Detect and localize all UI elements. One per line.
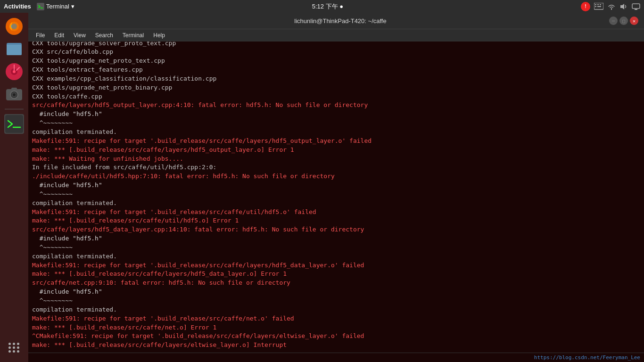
svg-rect-8 (600, 6, 601, 7)
sidebar-icon-firefox[interactable] (4, 16, 24, 36)
window-controls: ─ □ ✕ (609, 16, 638, 25)
terminal-line: Makefile:591: recipe for target '.build_… (32, 261, 640, 270)
terminal-line: make: *** [.build_release/src/caffe/util… (32, 216, 640, 225)
terminal-line: src/caffe/layers/hdf5_data_layer.cpp:14:… (32, 225, 640, 234)
terminal-titlebar: lichunlin@ThinkPad-T420: ~/caffe ─ □ ✕ (28, 13, 644, 29)
svg-rect-17 (7, 45, 22, 55)
system-bar-left: Activities Terminal ▾ (4, 3, 74, 10)
terminal-line: Makefile:591: recipe for target '.build_… (32, 314, 640, 323)
svg-rect-3 (595, 4, 596, 5)
sidebar-icon-files[interactable] (4, 39, 24, 59)
maximize-button[interactable]: □ (619, 16, 628, 25)
terminal-title: lichunlin@ThinkPad-T420: ~/caffe (72, 17, 609, 25)
terminal-line: compilation terminated. (32, 128, 640, 137)
terminal-line: CXX tools/extract_features.cpp (32, 66, 640, 74)
terminal-line: CXX tools/upgrade_solver_proto_text.cpp (32, 41, 640, 48)
sidebar-icon-terminal[interactable] (4, 114, 24, 134)
terminal-line: ^~~~~~~~~ (32, 190, 640, 199)
terminal-line: CXX src/caffe/blob.cpp (32, 48, 640, 57)
terminal-line: Makefile:591: recipe for target '.build_… (32, 208, 640, 217)
keyboard-icon (594, 3, 603, 10)
terminal-line: make: *** [.build_release/src/caffe/net.… (32, 323, 640, 332)
bottom-link: https://blog.csdn.net/Feeryman_Lee (534, 354, 640, 361)
terminal-line: Makefile:591: recipe for target '.build_… (32, 137, 640, 146)
svg-rect-27 (11, 88, 17, 90)
minimize-button[interactable]: ─ (609, 16, 618, 25)
terminal-line: #include "hdf5.h" (32, 288, 640, 296)
power-icon (632, 3, 640, 10)
menu-view[interactable]: View (70, 31, 90, 40)
system-bar: Activities Terminal ▾ 5:12 下午 ● ! (0, 0, 644, 13)
terminal-menu-button[interactable]: Terminal ▾ (37, 3, 74, 10)
system-bar-center: 5:12 下午 ● (312, 2, 343, 11)
terminal-line: make: *** [.build_release/src/caffe/laye… (32, 341, 640, 350)
sidebar-separator (5, 109, 24, 109)
terminal-line: ^~~~~~~~~ (32, 119, 640, 128)
system-time: 5:12 下午 (312, 3, 338, 10)
terminal-line: CXX tools/upgrade_net_proto_text.cpp (32, 57, 640, 66)
menu-search[interactable]: Search (91, 31, 117, 40)
terminal-line: ./include/caffe/util/hdf5.hpp:7:10: fata… (32, 172, 640, 181)
menu-help[interactable]: Help (149, 31, 169, 40)
bottom-bar: https://blog.csdn.net/Feeryman_Lee (28, 353, 644, 362)
system-bar-right: ! (581, 2, 640, 11)
terminal-line: In file included from src/caffe/util/hdf… (32, 163, 640, 172)
terminal-line: make: *** [.build_release/src/caffe/laye… (32, 146, 640, 155)
svg-point-26 (13, 93, 16, 96)
terminal-line: ^~~~~~~~~ (32, 243, 640, 252)
close-button[interactable]: ✕ (630, 16, 638, 25)
sidebar-dots (8, 343, 20, 353)
sidebar (0, 13, 28, 362)
notification-icon[interactable]: ! (581, 2, 590, 11)
svg-rect-21 (14, 65, 15, 70)
svg-marker-9 (620, 4, 624, 9)
terminal-output[interactable]: CXX src/caffe/solvers/rmsprop_solver.cpp… (28, 41, 644, 353)
terminal-taskbar-label[interactable]: Terminal (46, 3, 69, 10)
activities-label[interactable]: Activities (4, 3, 31, 10)
terminal-line: #include "hdf5.h" (32, 181, 640, 190)
menu-file[interactable]: File (32, 31, 49, 40)
terminal-line: make: *** [.build_release/src/caffe/laye… (32, 270, 640, 279)
system-indicator: ● (339, 3, 343, 10)
svg-rect-4 (597, 4, 599, 5)
terminal-line: ^CMakefile:591: recipe for target '.buil… (32, 332, 640, 341)
wifi-icon (607, 3, 616, 10)
sidebar-icon-camera[interactable] (4, 84, 24, 104)
terminal-window: lichunlin@ThinkPad-T420: ~/caffe ─ □ ✕ F… (28, 13, 644, 362)
svg-rect-10 (632, 4, 640, 8)
svg-rect-5 (600, 4, 601, 5)
terminal-taskbar-icon (37, 3, 44, 10)
menu-terminal[interactable]: Terminal (119, 31, 148, 40)
sidebar-icon-music[interactable] (4, 62, 24, 82)
menu-bar: File Edit View Search Terminal Help (28, 29, 644, 41)
terminal-line: compilation terminated. (32, 252, 640, 261)
terminal-line: compilation terminated. (32, 305, 640, 314)
terminal-line: ^~~~~~~~~ (32, 296, 640, 305)
terminal-line: src/caffe/layers/hdf5_output_layer.cpp:4… (32, 101, 640, 110)
terminal-line: CXX tools/upgrade_net_proto_binary.cpp (32, 83, 640, 92)
terminal-line: src/caffe/net.cpp:9:10: fatal error: hdf… (32, 279, 640, 288)
svg-rect-6 (595, 6, 596, 7)
terminal-line: CXX examples/cpp_classification/classifi… (32, 74, 640, 83)
terminal-line: #include "hdf5.h" (32, 234, 640, 243)
terminal-line: make: *** Waiting for unfinished jobs...… (32, 155, 640, 164)
menu-edit[interactable]: Edit (50, 31, 68, 40)
volume-icon (619, 3, 628, 10)
terminal-line: CXX tools/caffe.cpp (32, 92, 640, 101)
svg-rect-28 (5, 115, 23, 133)
svg-point-20 (13, 70, 16, 73)
terminal-line: #include "hdf5.h" (32, 110, 640, 119)
terminal-line: compilation terminated. (32, 199, 640, 208)
terminal-dropdown-arrow[interactable]: ▾ (71, 3, 74, 10)
